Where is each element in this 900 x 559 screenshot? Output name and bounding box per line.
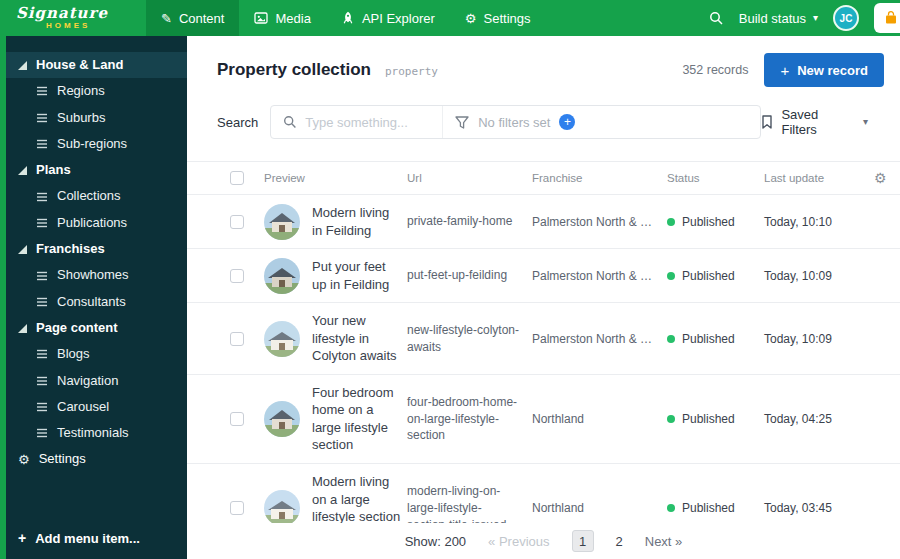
saved-filters-label: Saved Filters: [781, 107, 855, 137]
sidebar-item-testimonials[interactable]: Testimonials: [0, 420, 187, 446]
sidebar-item-franchises[interactable]: Franchises: [0, 236, 187, 262]
row-checkbox[interactable]: [230, 215, 244, 229]
record-status: Published: [667, 501, 764, 515]
topbar: Signature HOMES ✎ Content Media API Expl…: [0, 0, 900, 36]
sidebar-item-label: Plans: [36, 163, 71, 177]
sidebar-item-plans[interactable]: Plans: [0, 157, 187, 183]
sidebar-item-regions[interactable]: Regions: [0, 78, 187, 104]
tab-api-explorer-label: API Explorer: [362, 11, 435, 26]
record-last-update: Today, 10:09: [764, 332, 874, 346]
page-button-2[interactable]: 2: [616, 534, 623, 549]
previous-page-button[interactable]: « Previous: [488, 534, 549, 549]
plus-icon: +: [780, 63, 789, 78]
app-logo[interactable]: Signature HOMES: [0, 0, 146, 36]
row-checkbox[interactable]: [230, 332, 244, 346]
sidebar-item-consultants[interactable]: Consultants: [0, 289, 187, 315]
column-url: Url: [407, 172, 532, 184]
status-text: Published: [682, 412, 735, 426]
search-icon[interactable]: [709, 11, 724, 26]
column-settings-gear-icon[interactable]: ⚙: [874, 170, 887, 186]
status-dot: [667, 504, 675, 512]
topbar-right: Build status ▾ JC: [709, 0, 900, 36]
sidebar-item-collections[interactable]: Collections: [0, 183, 187, 209]
gear-icon: ⚙: [465, 12, 477, 25]
sidebar-item-settings[interactable]: ⚙ Settings: [0, 446, 187, 472]
table-row[interactable]: Put your feet up in Feilding put-feet-up…: [187, 249, 900, 303]
status-text: Published: [682, 269, 735, 283]
expand-triangle-icon: [18, 61, 27, 70]
table-header-row: Preview Url Franchise Status Last update…: [187, 161, 900, 195]
sidebar-item-suburbs[interactable]: Suburbs: [0, 105, 187, 131]
filters-segment: No filters set +: [443, 106, 587, 138]
table-row[interactable]: Four bedroom home on a large lifestyle s…: [187, 375, 900, 464]
apps-button[interactable]: [874, 3, 900, 33]
preview-thumbnail: [264, 401, 300, 437]
add-filter-button[interactable]: +: [559, 114, 575, 130]
filter-row: Search No filters set + Saved Filters ▾: [187, 97, 900, 153]
sidebar-item-page-content[interactable]: Page content: [0, 315, 187, 341]
tab-content[interactable]: ✎ Content: [146, 0, 239, 36]
sidebar-item-house-and-land[interactable]: House & Land: [0, 52, 187, 78]
logo-script-text: Signature: [16, 6, 146, 21]
record-title: Put your feet up in Feilding: [312, 249, 407, 302]
record-status: Published: [667, 269, 764, 283]
record-status: Published: [667, 332, 764, 346]
row-checkbox[interactable]: [230, 269, 244, 283]
content-type-tag: property: [385, 62, 438, 78]
content-header: Property collection property 352 records…: [187, 36, 900, 97]
add-menu-item-button[interactable]: + Add menu item...: [0, 517, 187, 559]
list-icon: [36, 401, 48, 413]
search-filter-box: No filters set +: [270, 105, 761, 139]
tab-settings[interactable]: ⚙ Settings: [450, 0, 546, 36]
preview-thumbnail: [264, 258, 300, 294]
list-icon: [36, 112, 48, 124]
search-input[interactable]: [305, 115, 415, 130]
row-checkbox[interactable]: [230, 501, 244, 515]
table-row[interactable]: Modern living in Feilding private-family…: [187, 195, 900, 249]
avatar[interactable]: JC: [833, 5, 859, 31]
tab-api-explorer[interactable]: API Explorer: [326, 0, 450, 36]
record-url: new-lifestyle-colyton-awaits: [407, 322, 532, 356]
select-all-checkbox[interactable]: [230, 171, 244, 185]
sidebar-item-label: Franchises: [36, 242, 105, 256]
sidebar-item-navigation[interactable]: Navigation: [0, 368, 187, 394]
logo-homes-text: HOMES: [46, 21, 146, 31]
record-franchise: Palmerston North & …: [532, 269, 667, 283]
main-content: Property collection property 352 records…: [187, 36, 900, 559]
page-title: Property collection: [217, 60, 371, 80]
saved-filters-dropdown[interactable]: Saved Filters ▾: [761, 107, 884, 137]
sidebar-item-label: Page content: [36, 321, 118, 335]
next-page-button[interactable]: Next »: [645, 534, 683, 549]
filter-funnel-icon: [455, 116, 469, 129]
column-preview: Preview: [264, 172, 312, 184]
sidebar-item-label: Carousel: [57, 400, 109, 414]
list-icon: [36, 191, 48, 203]
sidebar-item-publications[interactable]: Publications: [0, 210, 187, 236]
record-last-update: Today, 03:45: [764, 501, 874, 515]
gear-icon: ⚙: [18, 453, 30, 466]
status-text: Published: [682, 215, 735, 229]
rocket-icon: [341, 11, 355, 25]
sidebar-item-carousel[interactable]: Carousel: [0, 394, 187, 420]
sidebar-item-showhomes[interactable]: Showhomes: [0, 262, 187, 288]
record-count: 352 records: [682, 63, 748, 77]
sidebar-item-label: Sub-regions: [57, 137, 127, 151]
row-checkbox[interactable]: [230, 412, 244, 426]
page-button-1[interactable]: 1: [572, 530, 594, 552]
record-url: private-family-home: [407, 213, 532, 230]
expand-triangle-icon: [18, 166, 27, 175]
sidebar-item-label: Suburbs: [57, 111, 105, 125]
pagination-bar: Show: 200 « Previous 1 2 Next »: [187, 523, 900, 559]
list-icon: [36, 138, 48, 150]
sidebar-item-blogs[interactable]: Blogs: [0, 341, 187, 367]
sidebar-item-sub-regions[interactable]: Sub-regions: [0, 131, 187, 157]
table-row[interactable]: Your new lifestyle in Colyton awaits new…: [187, 303, 900, 375]
new-record-button[interactable]: + New record: [764, 53, 884, 87]
column-last-update: Last update: [764, 172, 874, 184]
build-status-dropdown[interactable]: Build status ▾: [739, 11, 818, 26]
tab-media[interactable]: Media: [239, 0, 325, 36]
chevron-down-icon: ▾: [863, 117, 868, 127]
record-url: put-feet-up-feilding: [407, 267, 532, 284]
record-title: Modern living in Feilding: [312, 195, 407, 248]
record-url: four-bedroom-home-on-large-lifestyle-sec…: [407, 394, 532, 444]
